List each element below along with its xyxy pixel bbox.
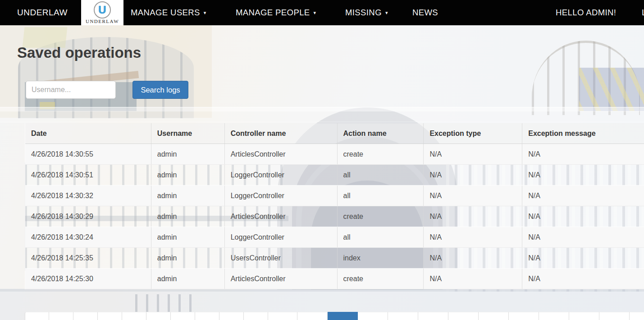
saved-operations-table: DateUsernameController nameAction nameEx… [25, 123, 644, 289]
pagination-page[interactable] [599, 312, 630, 320]
table-cell: all [338, 165, 424, 185]
table-cell: 4/26/2018 14:25:30 [25, 269, 151, 289]
table-cell: N/A [522, 144, 644, 164]
pagination-page[interactable] [569, 312, 599, 320]
table-row: 4/26/2018 14:30:51adminLoggerControllera… [25, 165, 644, 186]
table-row: 4/26/2018 14:30:55adminArticlesControlle… [25, 144, 644, 165]
pagination-page[interactable] [98, 312, 122, 320]
pagination-page[interactable] [297, 312, 328, 320]
table-cell: N/A [522, 186, 644, 206]
pagination-page[interactable] [122, 312, 146, 320]
background-arched-gate-right [518, 32, 644, 115]
table-cell: ArticlesController [225, 144, 338, 164]
table-cell: N/A [424, 165, 522, 185]
table-cell: UsersController [225, 248, 338, 268]
table-cell: N/A [424, 227, 522, 247]
pagination-page[interactable] [509, 312, 539, 320]
table-row: 4/26/2018 14:30:29adminArticlesControlle… [25, 206, 644, 227]
navbar: UNDERLAW U UNDERLAW MANAGE USERS▾MANAGE … [0, 0, 644, 25]
table-cell: create [338, 269, 424, 289]
column-header: Username [151, 123, 225, 144]
column-header: Exception type [424, 123, 522, 144]
table-header-row: DateUsernameController nameAction nameEx… [25, 123, 644, 144]
table-cell: index [338, 248, 424, 268]
translucent-divider-strip [0, 107, 644, 111]
translucent-divider-strip-lower [0, 111, 644, 122]
column-header: Controller name [225, 123, 338, 144]
pagination-page[interactable] [49, 312, 73, 320]
chevron-down-icon: ▾ [314, 10, 316, 16]
brand-link[interactable]: UNDERLAW [17, 0, 68, 25]
pagination-page[interactable] [418, 312, 448, 320]
pagination-page[interactable] [358, 312, 388, 320]
pagination-page[interactable] [448, 312, 479, 320]
pagination-page[interactable] [25, 312, 49, 320]
pagination-page[interactable] [219, 312, 244, 320]
chevron-down-icon: ▾ [385, 10, 388, 16]
chevron-down-icon: ▾ [204, 10, 206, 16]
table-cell: admin [151, 227, 225, 247]
pagination-page[interactable] [479, 312, 509, 320]
nav-item-missing[interactable]: MISSING▾ [345, 0, 388, 25]
logo-u-letter: U [98, 5, 106, 15]
table-cell: N/A [424, 269, 522, 289]
table-cell: all [338, 227, 424, 247]
username-search-input[interactable] [26, 81, 116, 99]
nav-item-manage-people[interactable]: MANAGE PEOPLE▾ [236, 0, 316, 25]
page-title: Saved operations [17, 44, 141, 61]
table-cell: 4/26/2018 14:25:35 [25, 248, 151, 268]
logo-wordmark: UNDERLAW [86, 19, 119, 24]
pagination [25, 312, 644, 320]
table-cell: N/A [522, 227, 644, 247]
table-cell: 4/26/2018 14:30:32 [25, 186, 151, 206]
table-cell: admin [151, 269, 225, 289]
greeting-text: HELLO ADMIN! [556, 0, 616, 25]
table-cell: LoggerController [225, 165, 338, 185]
table-cell: N/A [424, 248, 522, 268]
table-cell: 4/26/2018 14:30:29 [25, 206, 151, 227]
table-cell: LoggerController [225, 186, 338, 206]
table-cell: 4/26/2018 14:30:55 [25, 144, 151, 164]
column-header: Action name [338, 123, 424, 144]
table-cell: 4/26/2018 14:30:51 [25, 165, 151, 185]
table-cell: N/A [522, 165, 644, 185]
logout-link-partial[interactable]: L [642, 0, 644, 25]
table-cell: 4/26/2018 14:30:24 [25, 227, 151, 247]
table-row: 4/26/2018 14:25:35adminUsersControllerin… [25, 248, 644, 269]
pagination-page[interactable] [73, 312, 98, 320]
pagination-page[interactable] [630, 312, 644, 320]
logo[interactable]: U UNDERLAW [81, 0, 123, 25]
nav-item-news[interactable]: NEWS [412, 0, 438, 25]
column-header: Date [25, 123, 151, 144]
table-cell: admin [151, 248, 225, 268]
table-cell: ArticlesController [225, 206, 338, 227]
pagination-page[interactable] [171, 312, 195, 320]
pagination-page-active[interactable] [328, 312, 358, 320]
table-cell: N/A [522, 269, 644, 289]
table-cell: LoggerController [225, 227, 338, 247]
table-cell: N/A [522, 206, 644, 227]
table-row: 4/26/2018 14:30:24adminLoggerControllera… [25, 227, 644, 248]
pagination-page[interactable] [268, 312, 297, 320]
table-cell: create [338, 206, 424, 227]
column-header: Exception message [522, 123, 644, 144]
background-brick-wall [0, 25, 212, 118]
table-cell: N/A [424, 186, 522, 206]
table-cell: ArticlesController [225, 269, 338, 289]
table-cell: N/A [424, 206, 522, 227]
pagination-page[interactable] [244, 312, 268, 320]
logo-circle-icon: U [94, 1, 111, 19]
pagination-page[interactable] [146, 312, 171, 320]
table-cell: admin [151, 186, 225, 206]
table-cell: N/A [424, 144, 522, 164]
table-row: 4/26/2018 14:25:30adminArticlesControlle… [25, 269, 644, 289]
table-cell: all [338, 186, 424, 206]
nav-item-manage-users[interactable]: MANAGE USERS▾ [131, 0, 206, 25]
pagination-page[interactable] [539, 312, 569, 320]
search-logs-button[interactable]: Search logs [132, 81, 188, 99]
background-sign-right [579, 68, 644, 111]
pagination-page[interactable] [195, 312, 219, 320]
pagination-page[interactable] [388, 312, 418, 320]
table-cell: admin [151, 206, 225, 227]
table-row: 4/26/2018 14:30:32adminLoggerControllera… [25, 186, 644, 206]
